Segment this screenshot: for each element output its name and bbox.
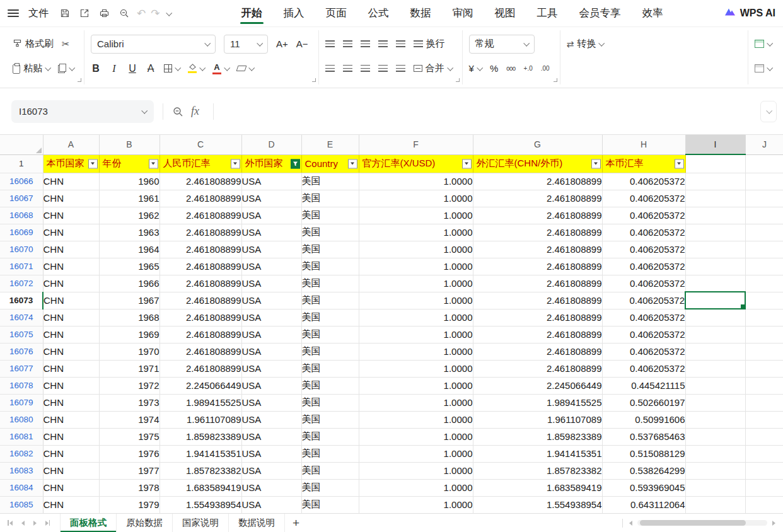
strikethrough-button[interactable]: A <box>146 63 156 74</box>
column-header-J[interactable]: J <box>745 135 783 154</box>
cell[interactable]: USA <box>241 462 301 479</box>
row-header-16078[interactable]: 16078 <box>0 377 43 394</box>
menu-tab[interactable]: 效率 <box>642 0 663 26</box>
cell[interactable]: CHN <box>43 479 99 496</box>
cell[interactable]: 2.461808899 <box>473 292 602 309</box>
cell[interactable]: 2.461808899 <box>473 275 602 292</box>
cell[interactable]: 1.0000 <box>359 496 473 513</box>
select-all-corner[interactable] <box>0 135 43 154</box>
header-cell-H[interactable]: 本币汇率 <box>602 154 685 173</box>
cell[interactable]: 美国 <box>301 258 359 275</box>
print-icon[interactable] <box>99 8 110 18</box>
copy-button[interactable] <box>58 64 74 73</box>
scroll-left-icon[interactable] <box>629 521 632 526</box>
cell[interactable]: 1.554938954 <box>473 496 602 513</box>
cell[interactable] <box>685 224 745 241</box>
cell[interactable]: 2.461808899 <box>160 326 241 343</box>
decrease-indent-button[interactable] <box>378 40 388 47</box>
cell[interactable] <box>745 411 783 428</box>
cell[interactable]: CHN <box>43 224 99 241</box>
row-header-16082[interactable]: 16082 <box>0 445 43 462</box>
cell[interactable]: 1.0000 <box>359 462 473 479</box>
column-header-F[interactable]: F <box>359 135 473 154</box>
wps-ai-button[interactable]: WPS AI <box>724 7 775 20</box>
cell[interactable]: 美国 <box>301 241 359 258</box>
cell[interactable]: 美国 <box>301 411 359 428</box>
formula-bar-expand-button[interactable] <box>760 101 777 122</box>
cell[interactable]: CHN <box>43 258 99 275</box>
cell[interactable]: 1.941415351 <box>160 445 241 462</box>
header-cell-A[interactable]: 本币国家 <box>43 154 99 173</box>
cell[interactable]: CHN <box>43 496 99 513</box>
header-cell-B[interactable]: 年份 <box>99 154 160 173</box>
wrap-text-button[interactable]: 换行 <box>414 38 445 50</box>
redo-icon[interactable]: ↷ <box>151 7 160 20</box>
cell[interactable]: 2.461808899 <box>473 309 602 326</box>
cell[interactable]: USA <box>241 190 301 207</box>
cell[interactable] <box>745 428 783 445</box>
cell[interactable]: 1970 <box>99 343 160 360</box>
cell[interactable]: CHN <box>43 445 99 462</box>
row-header-16077[interactable]: 16077 <box>0 360 43 377</box>
sheet-tab[interactable]: 面板格式 <box>60 514 117 532</box>
cell[interactable]: 1.0000 <box>359 258 473 275</box>
increase-indent-button[interactable] <box>396 40 405 47</box>
row-header-16073[interactable]: 16073 <box>0 292 43 309</box>
clear-format-button[interactable] <box>237 66 253 71</box>
cell[interactable]: CHN <box>43 428 99 445</box>
cell[interactable]: 0.406205372 <box>602 292 685 309</box>
row-header-16066[interactable]: 16066 <box>0 173 43 190</box>
cell[interactable]: USA <box>241 445 301 462</box>
cell[interactable]: 美国 <box>301 292 359 309</box>
align-middle-button[interactable] <box>343 40 352 47</box>
cell[interactable]: 2.461808899 <box>160 360 241 377</box>
cell[interactable]: CHN <box>43 190 99 207</box>
underline-button[interactable]: U <box>127 63 137 74</box>
cell[interactable]: 2.461808899 <box>160 343 241 360</box>
cell[interactable] <box>745 258 783 275</box>
cell[interactable]: 1.0000 <box>359 292 473 309</box>
cell[interactable]: 0.406205372 <box>602 190 685 207</box>
align-right-button[interactable] <box>361 65 370 72</box>
cell[interactable] <box>745 479 783 496</box>
cell[interactable] <box>685 241 745 258</box>
name-box[interactable]: I16073 <box>11 100 154 123</box>
cell[interactable]: CHN <box>43 360 99 377</box>
search-icon[interactable] <box>172 106 183 117</box>
row-header-16084[interactable]: 16084 <box>0 479 43 496</box>
cell[interactable]: 美国 <box>301 428 359 445</box>
row-header-16071[interactable]: 16071 <box>0 258 43 275</box>
cell[interactable]: 0.515088129 <box>602 445 685 462</box>
cell[interactable]: 1.683589419 <box>473 479 602 496</box>
cell[interactable]: 0.445421115 <box>602 377 685 394</box>
cell[interactable]: 1961 <box>99 190 160 207</box>
column-header-B[interactable]: B <box>99 135 160 154</box>
filter-dropdown-icon[interactable] <box>348 159 357 168</box>
justify-button[interactable] <box>378 65 388 72</box>
cell[interactable]: 1.857823382 <box>160 462 241 479</box>
file-menu-button[interactable]: 文件 <box>28 7 49 20</box>
cell[interactable]: 2.461808899 <box>160 190 241 207</box>
cell[interactable] <box>685 496 745 513</box>
cell[interactable]: 1.0000 <box>359 411 473 428</box>
cell[interactable]: USA <box>241 207 301 224</box>
cell[interactable]: 1.0000 <box>359 445 473 462</box>
cell[interactable] <box>745 343 783 360</box>
menu-tab[interactable]: 插入 <box>284 0 304 26</box>
cell[interactable] <box>745 207 783 224</box>
cell[interactable]: USA <box>241 343 301 360</box>
currency-button[interactable]: ¥ <box>469 63 482 74</box>
cell[interactable]: 美国 <box>301 173 359 190</box>
row-header-16080[interactable]: 16080 <box>0 411 43 428</box>
cell[interactable]: 0.593969045 <box>602 479 685 496</box>
cell[interactable] <box>685 190 745 207</box>
fill-color-button[interactable] <box>188 64 204 73</box>
cell[interactable]: USA <box>241 360 301 377</box>
menu-tab[interactable]: 会员专享 <box>579 0 621 26</box>
merge-cells-button[interactable]: 合并 <box>414 62 452 74</box>
cell[interactable]: 2.245066449 <box>160 377 241 394</box>
convert-button[interactable]: ⇄转换 <box>567 38 604 50</box>
cut-button[interactable]: ✂ <box>62 38 70 50</box>
cell[interactable]: 1976 <box>99 445 160 462</box>
cell[interactable]: 1.0000 <box>359 428 473 445</box>
